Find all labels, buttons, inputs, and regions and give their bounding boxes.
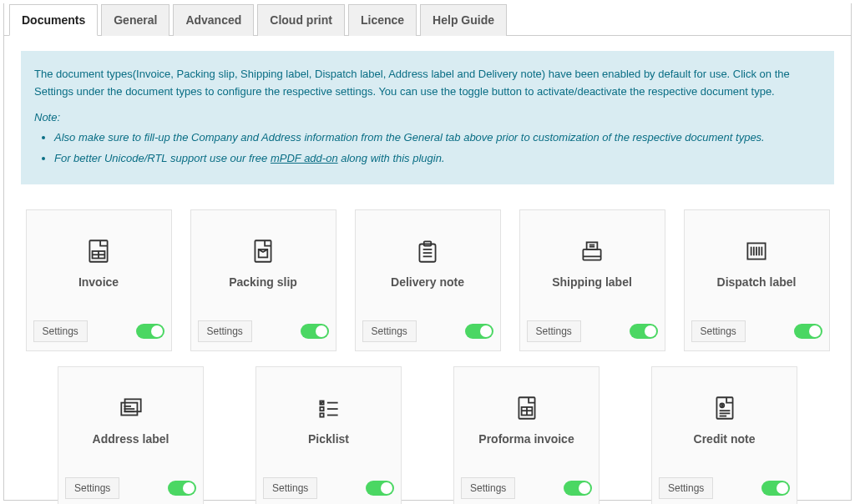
credit-note-icon: [711, 392, 739, 424]
card-address-label: Address labelSettings: [58, 366, 204, 504]
card-label: Packing slip: [229, 275, 297, 289]
card-dispatch-label: Dispatch labelSettings: [684, 209, 830, 351]
card-delivery-note: Delivery noteSettings: [355, 209, 501, 351]
tab-help-guide[interactable]: Help Guide: [420, 4, 507, 36]
toggle-dispatch-label[interactable]: [794, 324, 822, 339]
settings-button-proforma-invoice[interactable]: Settings: [461, 477, 515, 499]
address-label-icon: [117, 392, 145, 424]
invoice-icon: [84, 235, 113, 267]
settings-button-shipping-label[interactable]: Settings: [527, 320, 581, 342]
tab-advanced[interactable]: Advanced: [173, 4, 254, 36]
card-packing-slip: Packing slipSettings: [190, 209, 336, 351]
tab-documents[interactable]: Documents: [9, 4, 98, 36]
svg-rect-29: [320, 413, 323, 416]
card-label: Dispatch label: [717, 275, 797, 289]
notice-intro: The document types(Invoice, Packing slip…: [34, 66, 821, 101]
notice-note-label: Note:: [34, 109, 821, 127]
toggle-proforma-invoice[interactable]: [564, 481, 592, 496]
packing-slip-icon: [249, 235, 277, 267]
svg-rect-23: [124, 399, 140, 411]
svg-rect-11: [583, 249, 600, 260]
svg-rect-12: [587, 242, 598, 249]
tabs-nav: DocumentsGeneralAdvancedCloud printLicen…: [4, 3, 851, 36]
settings-button-packing-slip[interactable]: Settings: [198, 320, 252, 342]
card-credit-note: Credit noteSettings: [651, 366, 797, 504]
delivery-note-icon: [413, 235, 442, 267]
toggle-picklist[interactable]: [366, 481, 394, 496]
toggle-packing-slip[interactable]: [301, 324, 329, 339]
card-invoice: InvoiceSettings: [26, 209, 172, 351]
mpdf-addon-link[interactable]: mPDF add-on: [271, 152, 338, 164]
toggle-credit-note[interactable]: [761, 481, 790, 496]
cards-row-2: Address labelSettingsPicklistSettingsPro…: [4, 351, 851, 504]
settings-button-delivery-note[interactable]: Settings: [362, 320, 417, 342]
card-label: Shipping label: [552, 275, 632, 289]
tab-licence[interactable]: Licence: [348, 4, 417, 36]
card-shipping-label: Shipping labelSettings: [519, 209, 665, 351]
settings-button-picklist[interactable]: Settings: [263, 477, 317, 499]
toggle-address-label[interactable]: [168, 481, 196, 496]
svg-rect-28: [320, 407, 323, 411]
cards-row-1: InvoiceSettingsPacking slipSettingsDeliv…: [4, 198, 851, 351]
settings-button-dispatch-label[interactable]: Settings: [691, 320, 746, 342]
card-label: Address label: [93, 432, 169, 446]
shipping-label-icon: [578, 235, 606, 267]
settings-button-credit-note[interactable]: Settings: [659, 477, 713, 499]
card-label: Picklist: [308, 432, 349, 446]
picklist-icon: [315, 392, 343, 424]
proforma-invoice-icon: [513, 392, 541, 424]
notice-bullet-2: For better Unicode/RTL support use our f…: [54, 150, 821, 168]
toggle-invoice[interactable]: [136, 324, 164, 339]
svg-rect-4: [255, 240, 271, 262]
card-label: Delivery note: [391, 275, 464, 289]
settings-button-address-label[interactable]: Settings: [65, 477, 119, 499]
card-picklist: PicklistSettings: [255, 366, 402, 504]
tab-cloud-print[interactable]: Cloud print: [257, 4, 345, 36]
settings-button-invoice[interactable]: Settings: [33, 320, 88, 342]
card-label: Proforma invoice: [478, 432, 574, 446]
dispatch-label-icon: [742, 235, 771, 267]
toggle-delivery-note[interactable]: [465, 324, 493, 339]
card-label: Credit note: [694, 432, 756, 446]
info-notice: The document types(Invoice, Packing slip…: [21, 51, 834, 184]
notice-bullet-1: Also make sure to fill-up the Company an…: [54, 129, 821, 147]
card-label: Invoice: [78, 275, 119, 289]
card-proforma-invoice: Proforma invoiceSettings: [453, 366, 600, 504]
tab-general[interactable]: General: [101, 4, 169, 36]
toggle-shipping-label[interactable]: [630, 324, 658, 339]
